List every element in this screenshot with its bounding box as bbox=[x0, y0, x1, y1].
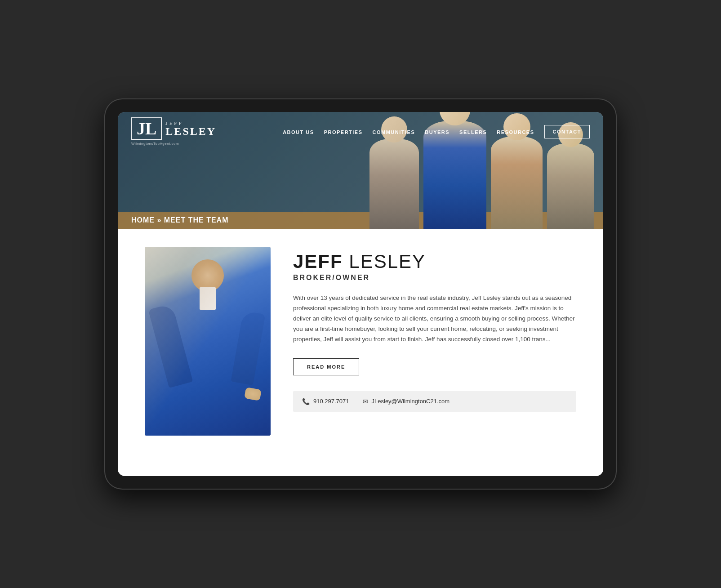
figure-body bbox=[547, 143, 594, 229]
figure-body bbox=[369, 139, 419, 229]
nav-item-properties[interactable]: PROPERTIES bbox=[324, 128, 363, 136]
tablet-frame: JL JEFF LESLEY WilmingtonsTopAgent.com A… bbox=[104, 98, 617, 490]
nav-link-sellers[interactable]: SELLERS bbox=[459, 129, 487, 135]
nav-item-resources[interactable]: RESOURCES bbox=[497, 128, 534, 136]
contact-phone: 📞 910.297.7071 bbox=[302, 398, 349, 405]
nav-item-sellers[interactable]: SELLERS bbox=[459, 128, 487, 136]
nav-link-properties[interactable]: PROPERTIES bbox=[324, 129, 363, 135]
logo-website: WilmingtonsTopAgent.com bbox=[131, 142, 216, 146]
logo-jl-letter: JL bbox=[137, 120, 156, 137]
agent-info: JEFF LESLEY BROKER/OWNER With over 13 ye… bbox=[293, 247, 576, 458]
logo-top-row: JL JEFF LESLEY bbox=[131, 117, 216, 140]
nav-link-about[interactable]: ABOUT US bbox=[283, 129, 314, 135]
photo-bg-gradient bbox=[145, 247, 271, 436]
nav-item-buyers[interactable]: BUYERS bbox=[425, 128, 450, 136]
contact-button[interactable]: CONTACT bbox=[544, 125, 590, 138]
breadcrumb: HOME » MEET THE TEAM bbox=[131, 216, 228, 224]
phone-number: 910.297.7071 bbox=[313, 398, 349, 405]
logo-brand-name: JEFF LESLEY bbox=[165, 120, 216, 137]
agent-title: BROKER/OWNER bbox=[293, 274, 576, 282]
nav-link-communities[interactable]: COMMUNITIES bbox=[373, 129, 415, 135]
nav-item-contact[interactable]: CONTACT bbox=[544, 125, 590, 138]
email-address: JLesley@WilmingtonC21.com bbox=[372, 398, 450, 405]
logo-brand-line2: LESLEY bbox=[165, 126, 216, 137]
agent-photo-container bbox=[145, 247, 271, 458]
email-icon: ✉ bbox=[363, 398, 368, 405]
contact-email: ✉ JLesley@WilmingtonC21.com bbox=[363, 398, 450, 405]
tablet-screen: JL JEFF LESLEY WilmingtonsTopAgent.com A… bbox=[118, 112, 603, 476]
navbar: JL JEFF LESLEY WilmingtonsTopAgent.com A… bbox=[118, 112, 603, 151]
nav-item-about[interactable]: ABOUT US bbox=[283, 128, 314, 136]
agent-last-name: LESLEY bbox=[349, 251, 426, 272]
main-content: JEFF LESLEY BROKER/OWNER With over 13 ye… bbox=[118, 229, 603, 476]
nav-item-communities[interactable]: COMMUNITIES bbox=[373, 128, 415, 136]
contact-bar: 📞 910.297.7071 ✉ JLesley@WilmingtonC21.c… bbox=[293, 391, 576, 412]
nav-link-buyers[interactable]: BUYERS bbox=[425, 129, 450, 135]
logo-area: JL JEFF LESLEY WilmingtonsTopAgent.com bbox=[131, 117, 216, 146]
phone-icon: 📞 bbox=[302, 398, 310, 405]
read-more-button[interactable]: READ MORE bbox=[293, 358, 359, 375]
agent-photo bbox=[145, 247, 271, 436]
hero-section: JL JEFF LESLEY WilmingtonsTopAgent.com A… bbox=[118, 112, 603, 229]
logo-jl-box: JL bbox=[131, 117, 162, 140]
agent-first-name: JEFF bbox=[293, 251, 343, 272]
nav-links: ABOUT US PROPERTIES COMMUNITIES BUYERS S… bbox=[283, 125, 590, 138]
agent-bio: With over 13 years of dedicated service … bbox=[293, 293, 576, 345]
nav-link-resources[interactable]: RESOURCES bbox=[497, 129, 534, 135]
agent-name: JEFF LESLEY bbox=[293, 251, 576, 272]
